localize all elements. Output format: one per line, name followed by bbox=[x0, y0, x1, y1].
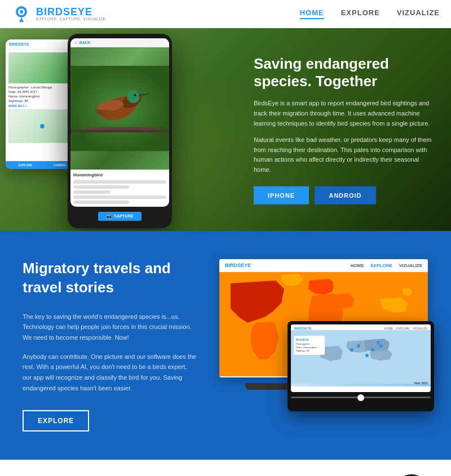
svg-point-20 bbox=[365, 354, 369, 357]
explore-btn-small[interactable]: EXPLORE bbox=[19, 163, 32, 167]
blue-left: Migratory travels and travel stories The… bbox=[23, 259, 197, 431]
hero-content: Saving endangered species. Together Bird… bbox=[254, 55, 434, 204]
map-nav-home[interactable]: HOME bbox=[351, 263, 364, 268]
timeline-slider[interactable] bbox=[291, 397, 431, 398]
hero-section: BIRDSEYE 🔍 Photographer: Lucian Manga Da… bbox=[0, 28, 451, 231]
info-line-4 bbox=[73, 195, 166, 199]
map-nav-explore[interactable]: EXPLORE bbox=[371, 263, 392, 268]
blue-desc-2: Anybody can contribute. One picture and … bbox=[23, 352, 197, 394]
android-button[interactable]: ANDROID bbox=[315, 186, 375, 204]
phone-bird-image bbox=[8, 52, 76, 83]
name-field: Name: Hummingbird bbox=[8, 95, 76, 98]
svg-point-11 bbox=[134, 94, 136, 96]
nav-vizualize[interactable]: VIZUALIZE bbox=[397, 8, 440, 19]
info-line-2 bbox=[73, 185, 129, 189]
sightings-field: Sightings: 38 bbox=[8, 99, 76, 103]
phone-small-logo: BIRDSEYE bbox=[9, 42, 29, 46]
nav-home[interactable]: HOME bbox=[300, 8, 324, 19]
photographer-field: Photographer: Lucian Manga bbox=[8, 86, 76, 89]
phone-large-image bbox=[70, 47, 169, 170]
phone-large: ‹ BACK bbox=[68, 34, 172, 228]
laptop-info-panel: BirdsEYE Photographer: ... Name: Humming… bbox=[294, 336, 325, 355]
phone-large-info: Hummingbird bbox=[70, 170, 169, 207]
brand-tagline: EXPLORE. CAPTURE. VISUALIZE. bbox=[36, 17, 107, 21]
bird-illustration bbox=[70, 47, 169, 170]
logo-icon bbox=[11, 4, 32, 24]
map-nav: HOME EXPLORE VIZUALIZE bbox=[351, 263, 423, 268]
laptop-area: BIRDSEYE HOME EXPLORE VIZUALIZE bbox=[219, 383, 428, 394]
explore-button[interactable]: EXPLORE bbox=[23, 410, 89, 431]
brand-name: BIRDSEYE bbox=[36, 7, 107, 17]
phone-capture-bar: 📷 CAPTURE bbox=[70, 207, 169, 224]
more-info-link[interactable]: MORE INFO + bbox=[8, 104, 76, 108]
nav-links: HOME EXPLORE VIZUALIZE bbox=[300, 8, 440, 19]
slider-thumb bbox=[357, 394, 364, 401]
info-line-3 bbox=[73, 190, 110, 194]
blue-desc-1: The key to saving the world's endangered… bbox=[23, 312, 197, 343]
svg-point-22 bbox=[350, 348, 353, 352]
logo: BIRDSEYE EXPLORE. CAPTURE. VISUALIZE. bbox=[11, 4, 107, 24]
navbar: BIRDSEYE EXPLORE. CAPTURE. VISUALIZE. HO… bbox=[0, 0, 451, 28]
footer: Copyright 2017 | All Rights Reserved BIR… bbox=[0, 460, 451, 476]
svg-point-17 bbox=[357, 344, 360, 348]
camera-icon: 📷 bbox=[107, 214, 112, 218]
blue-right: BIRDSEYE HOME EXPLORE VIZUALIZE bbox=[219, 259, 428, 394]
hero-desc-1: BirdsEye is a smart app to report endang… bbox=[254, 99, 434, 128]
species-name: Hummingbird bbox=[73, 172, 166, 177]
info-lines bbox=[73, 180, 166, 204]
camera-btn-small[interactable]: CAMERA bbox=[54, 163, 66, 167]
blue-title: Migratory travels and travel stories bbox=[23, 259, 197, 297]
svg-point-21 bbox=[377, 341, 380, 344]
back-arrow-icon: ‹ bbox=[75, 40, 77, 45]
slider-track bbox=[291, 397, 431, 398]
laptop-map: BirdsEYE Photographer: ... Name: Humming… bbox=[291, 333, 431, 386]
map-nav-viz[interactable]: VIZUALIZE bbox=[399, 263, 422, 268]
back-label: BACK bbox=[79, 41, 91, 45]
info-line-5 bbox=[73, 201, 129, 204]
map-header: BIRDSEYE HOME EXPLORE VIZUALIZE bbox=[219, 259, 428, 272]
svg-point-18 bbox=[371, 348, 374, 352]
svg-point-9 bbox=[127, 90, 140, 103]
svg-point-19 bbox=[379, 344, 383, 348]
laptop-screen: BIRDSEYE HOME EXPLORE VIZUALIZE bbox=[288, 321, 434, 411]
svg-point-2 bbox=[20, 10, 23, 14]
date-field: Date: 09 APR 2017 bbox=[8, 90, 76, 94]
phone-map bbox=[8, 109, 76, 143]
svg-marker-3 bbox=[19, 17, 24, 22]
blue-section: Migratory travels and travel stories The… bbox=[0, 231, 451, 460]
year-label: Year: 2017 bbox=[414, 381, 428, 385]
capture-button[interactable]: 📷 CAPTURE bbox=[98, 212, 142, 221]
logo-text: BIRDSEYE EXPLORE. CAPTURE. VISUALIZE. bbox=[36, 7, 107, 21]
phone-large-screen: ‹ BACK bbox=[70, 38, 169, 207]
laptop-screen-inner: BIRDSEYE HOME EXPLORE VIZUALIZE bbox=[291, 324, 431, 392]
nav-explore[interactable]: EXPLORE bbox=[341, 8, 380, 19]
svg-rect-14 bbox=[70, 130, 169, 132]
phone-large-header: ‹ BACK bbox=[70, 38, 169, 47]
hero-buttons: IPHONE ANDROID bbox=[254, 186, 434, 204]
map-logo: BIRDSEYE bbox=[225, 263, 251, 268]
info-line-1 bbox=[73, 180, 166, 184]
hero-desc-2: Natural events like bad weather, or pred… bbox=[254, 135, 434, 175]
hero-title: Saving endangered species. Together bbox=[254, 55, 434, 90]
iphone-button[interactable]: IPHONE bbox=[254, 186, 309, 204]
map-marker bbox=[40, 124, 45, 128]
